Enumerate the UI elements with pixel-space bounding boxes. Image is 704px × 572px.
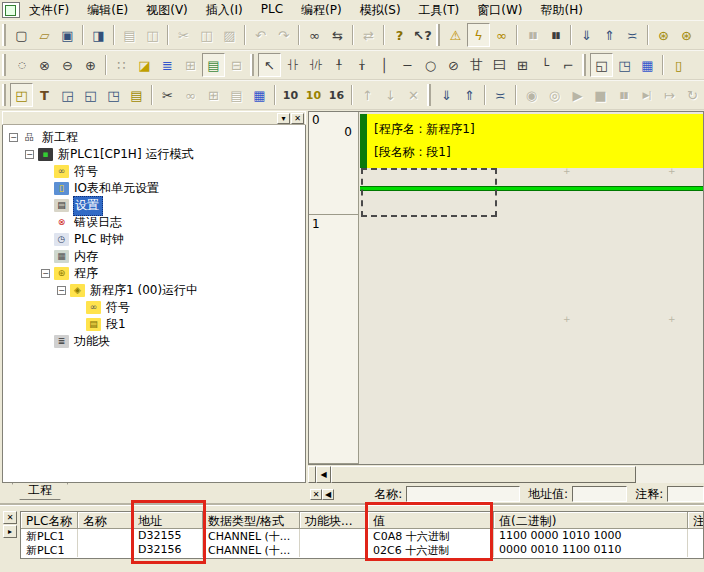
ladder-view[interactable]: 0 0 1 [程序名 : 新程序1] [段名称 : 段1] + bbox=[308, 111, 704, 465]
watch-column-header[interactable]: 数据类型/格式 bbox=[203, 512, 300, 529]
tree-expander[interactable]: − bbox=[41, 269, 50, 278]
address-value-field[interactable] bbox=[572, 486, 627, 502]
rung-cell-0[interactable]: 0 0 bbox=[309, 112, 358, 215]
menu-item-plc[interactable]: PLC bbox=[252, 0, 292, 21]
line-delete-button[interactable]: ⌐ bbox=[557, 53, 580, 77]
watch-column-header[interactable]: 值(二进制) bbox=[494, 512, 688, 529]
tree-item[interactable]: ▦内存 bbox=[41, 248, 101, 265]
data-trace-button[interactable]: ◳ bbox=[613, 53, 636, 77]
symbol-usage-button[interactable]: ✂ bbox=[156, 83, 179, 107]
new-closed-coil-button[interactable]: ⊘ bbox=[442, 53, 465, 77]
tree-expander[interactable]: − bbox=[9, 133, 18, 142]
new-vertical-line-button[interactable]: │ bbox=[373, 53, 396, 77]
menu-item-program[interactable]: 编程(P) bbox=[292, 0, 351, 21]
replace-button[interactable]: ⇆ bbox=[326, 23, 349, 47]
pause-monitoring-button[interactable]: ▮▮ bbox=[544, 23, 567, 47]
new-closed-contact-button[interactable]: ┤/├ bbox=[304, 53, 327, 77]
menu-item-view[interactable]: 视图(V) bbox=[137, 0, 197, 21]
toolbar-grip[interactable] bbox=[2, 84, 8, 106]
monitor-signed-decimal-button[interactable]: 10 bbox=[302, 83, 325, 107]
namebar-collapse-button[interactable]: ◀ bbox=[322, 489, 334, 500]
toolbar-grip[interactable] bbox=[436, 24, 442, 46]
toggle-output-window-button[interactable]: ◱ bbox=[79, 83, 102, 107]
monitor-in-binary-button[interactable]: ▦ bbox=[248, 83, 271, 107]
context-help-button[interactable]: ↖? bbox=[411, 23, 434, 47]
online-edit-send-button[interactable]: ⊛ bbox=[675, 23, 698, 47]
tree-item[interactable]: ≣功能块 bbox=[41, 333, 113, 350]
watch-close-button[interactable]: ✕ bbox=[3, 511, 17, 524]
toggle-watch-window-button[interactable]: ◲ bbox=[56, 83, 79, 107]
line-connect-button[interactable]: └ bbox=[534, 53, 557, 77]
workspace-menu-button[interactable]: ▾ bbox=[277, 113, 290, 124]
menu-item-simulate[interactable]: 模拟(S) bbox=[351, 0, 410, 21]
scrollbar-grip[interactable] bbox=[308, 466, 316, 483]
monitor-hex-button[interactable]: 16 bbox=[325, 83, 348, 107]
new-open-contact-button[interactable]: ┤├ bbox=[281, 53, 304, 77]
tools-options-button[interactable]: T bbox=[33, 83, 56, 107]
compare-program-button[interactable]: ≍ bbox=[489, 83, 512, 107]
menu-item-window[interactable]: 窗口(W) bbox=[468, 0, 531, 21]
view-diff-report-button[interactable]: ◨ bbox=[87, 23, 110, 47]
online-edit-begin-button[interactable]: ⊛ bbox=[652, 23, 675, 47]
scrollbar-thumb[interactable] bbox=[331, 466, 636, 483]
name-field[interactable] bbox=[406, 486, 520, 502]
toolbar-grip[interactable] bbox=[427, 84, 433, 106]
menu-item-help[interactable]: 帮助(H) bbox=[532, 0, 592, 21]
time-chart-monitoring-button[interactable]: ▦ bbox=[636, 53, 659, 77]
selection-rectangle[interactable] bbox=[361, 168, 497, 217]
toolbar-grip[interactable] bbox=[250, 54, 256, 76]
tree-item[interactable]: −▪新PLC1[CP1H] 运行模式 bbox=[25, 146, 196, 163]
toolbar-grip[interactable] bbox=[2, 54, 8, 76]
new-fb-invocation-button[interactable]: ⊞ bbox=[511, 53, 534, 77]
comment-field[interactable] bbox=[667, 486, 704, 502]
show-properties-button[interactable]: ▤ bbox=[125, 83, 148, 107]
ladder-content[interactable]: [程序名 : 新程序1] [段名称 : 段1] + + + + bbox=[360, 112, 703, 464]
tree-item[interactable]: ◷PLC 时钟 bbox=[41, 231, 127, 248]
zoom-out-button[interactable]: ⊖ bbox=[56, 53, 79, 77]
toolbar-grip[interactable] bbox=[2, 24, 8, 46]
watch-column-header[interactable]: 功能块... bbox=[300, 512, 368, 529]
work-online-simulator-button[interactable]: ϟ bbox=[467, 23, 490, 47]
help-button[interactable]: ? bbox=[388, 23, 411, 47]
watch-expand-button[interactable]: ▸ bbox=[3, 525, 17, 538]
new-open-contact-or-button[interactable]: ╀ bbox=[327, 53, 350, 77]
toolbar-grip[interactable] bbox=[582, 54, 588, 76]
tree-item[interactable]: ▯IO表和单元设置 bbox=[41, 180, 162, 197]
show-rung-annotations-button[interactable]: ≣ bbox=[156, 53, 179, 77]
tree-item[interactable]: −⊛程序 bbox=[41, 265, 101, 282]
tree-item[interactable]: ∞符号 bbox=[41, 163, 101, 180]
watch-column-header[interactable]: 注 bbox=[688, 512, 704, 529]
rung-cell-1[interactable]: 1 bbox=[309, 216, 358, 464]
transfer-from-plc-button[interactable]: ⇑ bbox=[598, 23, 621, 47]
tree-expander[interactable]: − bbox=[57, 286, 66, 295]
select-tool-button[interactable]: ↖ bbox=[258, 53, 281, 77]
edit-rung-comment-button[interactable]: ▯ bbox=[667, 53, 690, 77]
find-button[interactable]: ∞ bbox=[303, 23, 326, 47]
workspace-close-button[interactable]: ✕ bbox=[291, 113, 304, 124]
transfer-program-to-plc-button[interactable]: ⇓ bbox=[435, 83, 458, 107]
new-plc-instruction-button[interactable]: 甘 bbox=[465, 53, 488, 77]
tree-item[interactable]: ∞符号 bbox=[73, 299, 133, 316]
zoom-to-fit-button[interactable]: ◌ bbox=[10, 53, 33, 77]
differential-monitoring-button[interactable]: ◱ bbox=[590, 53, 613, 77]
menu-item-edit[interactable]: 编辑(E) bbox=[78, 0, 137, 21]
watch-row[interactable]: 新PLC1D32155CHANNEL (十...C0A8 十六进制1100 00… bbox=[21, 529, 703, 543]
zoom-cancel-button[interactable]: ⊗ bbox=[33, 53, 56, 77]
tree-item[interactable]: ⊗错误日志 bbox=[41, 214, 125, 231]
save-file-button[interactable]: ▣ bbox=[56, 23, 79, 47]
compare-with-plc-button[interactable]: ≍ bbox=[621, 23, 644, 47]
new-open-coil-button[interactable]: ○ bbox=[419, 53, 442, 77]
tree-expander[interactable]: − bbox=[25, 150, 34, 159]
watch-row[interactable]: 新PLC1D32156CHANNEL (十...02C6 十六进制0000 00… bbox=[21, 543, 703, 557]
namebar-close-button[interactable]: ✕ bbox=[310, 489, 322, 500]
tree-item[interactable]: −品新工程 bbox=[9, 129, 81, 146]
menu-item-file[interactable]: 文件(F) bbox=[20, 0, 78, 21]
new-closed-contact-or-button[interactable]: ╁ bbox=[350, 53, 373, 77]
transfer-to-plc-button[interactable]: ⇓ bbox=[575, 23, 598, 47]
transfer-program-from-plc-button[interactable]: ⇑ bbox=[458, 83, 481, 107]
toggle-grid-button[interactable]: ∷ bbox=[110, 53, 133, 77]
tree-item[interactable]: −◈新程序1 (00)运行中 bbox=[57, 282, 201, 299]
toggle-cross-reference-button[interactable]: ◳ bbox=[102, 83, 125, 107]
new-file-button[interactable]: ▢ bbox=[10, 23, 33, 47]
menu-item-tools[interactable]: 工具(T) bbox=[410, 0, 469, 21]
